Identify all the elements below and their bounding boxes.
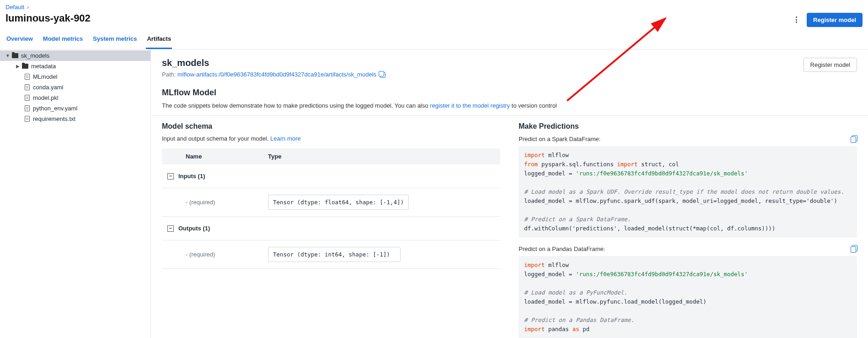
caret-right-icon: ▶ [16, 64, 20, 69]
file-icon [25, 105, 30, 111]
register-model-button-header[interactable]: Register model [807, 13, 863, 27]
tree-label: MLmodel [33, 73, 57, 80]
tree-folder-metadata[interactable]: ▶ metadata [0, 61, 150, 71]
artifact-path: Path: mlflow-artifacts:/0/f0e9636783fc4f… [162, 71, 386, 78]
tree-file[interactable]: model.pkl [0, 93, 150, 103]
mlflow-model-title: MLflow Model [162, 88, 857, 98]
schema-row-output: - (required) Tensor (dtype: int64, shape… [162, 240, 500, 269]
file-icon [25, 74, 30, 80]
spark-code-block: import mlflow from pyspark.sql.functions… [519, 146, 857, 238]
copy-path-icon[interactable] [380, 72, 386, 78]
tensor-type: Tensor (dtype: int64, shape: [-1]) [268, 247, 401, 262]
tree-file[interactable]: python_env.yaml [0, 103, 150, 114]
tree-label: requirements.txt [33, 115, 75, 122]
pandas-code-block: import mlflow logged_model = 'runs:/f0e9… [519, 256, 857, 338]
schema-row-input: - (required) Tensor (dtype: float64, sha… [162, 188, 500, 217]
tab-bar: Overview Model metrics System metrics Ar… [0, 31, 868, 49]
tensor-type: Tensor (dtype: float64, shape: [-1,4]) [268, 195, 409, 210]
tab-system-metrics[interactable]: System metrics [92, 31, 138, 49]
tree-label: sk_models [21, 52, 49, 59]
schema-inputs-group[interactable]: − Inputs (1) [162, 164, 500, 188]
page-title: luminous-yak-902 [5, 12, 91, 24]
col-type: Type [268, 153, 495, 160]
mlflow-model-desc: The code snippets below demonstrate how … [162, 102, 857, 109]
tab-artifacts[interactable]: Artifacts [146, 31, 172, 49]
file-icon [25, 116, 30, 122]
copy-code-icon[interactable] [851, 245, 857, 252]
learn-more-link[interactable]: Learn more [270, 135, 300, 142]
folder-icon [22, 64, 28, 69]
artifact-tree: ▼ sk_models ▶ metadata MLmodel conda.yam… [0, 49, 151, 338]
collapse-icon[interactable]: − [167, 225, 174, 232]
spark-predict-label: Predict on a Spark DataFrame: [519, 136, 600, 142]
schema-outputs-group[interactable]: − Outputs (1) [162, 217, 500, 240]
pandas-predict-label: Predict on a Pandas DataFrame: [519, 245, 605, 252]
predictions-title: Make Predictions [519, 122, 857, 131]
artifact-path-value: mlflow-artifacts:/0/f0e9636783fc4fd9bd0d… [177, 71, 376, 78]
folder-icon [12, 53, 18, 58]
tree-label: python_env.yaml [33, 105, 77, 112]
more-options-icon[interactable] [792, 16, 800, 24]
register-link[interactable]: register it to the model registry [430, 102, 510, 109]
tab-model-metrics[interactable]: Model metrics [42, 31, 84, 49]
copy-code-icon[interactable] [851, 135, 857, 142]
schema-desc: Input and output schema for your model. … [162, 135, 500, 142]
chevron-right-icon: › [27, 4, 29, 11]
collapse-icon[interactable]: − [167, 173, 174, 180]
col-name: Name [186, 153, 268, 160]
artifact-title: sk_models [162, 58, 386, 68]
breadcrumb: Default › [5, 4, 863, 11]
breadcrumb-root[interactable]: Default [5, 4, 24, 11]
register-model-button-panel[interactable]: Register model [804, 58, 857, 72]
tree-file[interactable]: conda.yaml [0, 82, 150, 93]
tree-file[interactable]: requirements.txt [0, 114, 150, 124]
divider [151, 115, 868, 116]
tab-overview[interactable]: Overview [5, 31, 34, 49]
caret-down-icon: ▼ [5, 53, 10, 58]
tree-label: metadata [31, 63, 56, 70]
schema-title: Model schema [162, 122, 500, 131]
tree-file[interactable]: MLmodel [0, 71, 150, 82]
file-icon [25, 84, 30, 90]
tree-folder-root[interactable]: ▼ sk_models [0, 50, 150, 61]
file-icon [25, 95, 30, 101]
schema-header-row: Name Type [162, 148, 500, 164]
tree-label: model.pkl [33, 94, 59, 101]
tree-label: conda.yaml [33, 84, 63, 91]
